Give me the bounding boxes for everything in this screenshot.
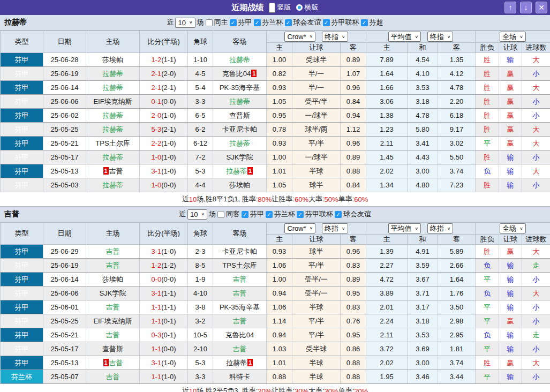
asia-handicap-cell: 球半 bbox=[292, 245, 341, 259]
subcol-result-handicap: 让球 bbox=[499, 235, 522, 245]
euro-home-odds-cell: 1.39 bbox=[366, 245, 408, 259]
same-venue-checkbox[interactable] bbox=[206, 19, 213, 26]
result-wdl-cell: 胜 bbox=[476, 356, 499, 370]
league-filter-checkbox[interactable]: ✓ bbox=[335, 211, 342, 218]
match-row: 芬甲25-06-19拉赫蒂2-1(2-0)4-5克鲁比0410.82半/一1.0… bbox=[1, 67, 550, 81]
asia-odds-source-select[interactable]: Crow*∨ bbox=[284, 32, 315, 42]
half-time-score: (0-0) bbox=[161, 275, 176, 283]
col-header-type: 类型 bbox=[1, 223, 43, 245]
select-value: Crow* bbox=[287, 224, 306, 232]
league-type-cell: 芬甲 bbox=[1, 137, 43, 150]
half-time-score: (1-0) bbox=[161, 247, 176, 255]
select-value: 平均值 bbox=[391, 32, 412, 42]
matches-table: 类型 日期 主场 比分(半场) 角球 客场 Crow*∨ 终指∨ 平均值∨ 终指… bbox=[0, 222, 550, 384]
home-team-cell: 拉赫蒂 bbox=[86, 150, 140, 164]
move-up-button[interactable]: ↑ bbox=[504, 2, 516, 13]
asia-handicap-cell: 受平/半 bbox=[292, 95, 341, 109]
home-team-cell: EIF埃克纳斯 bbox=[86, 314, 140, 328]
away-team-cell: 拉赫蒂1 bbox=[213, 356, 267, 370]
euro-home-odds-cell: 1.66 bbox=[366, 81, 408, 95]
close-button[interactable]: ✕ bbox=[536, 2, 547, 13]
select-value: 全场 bbox=[502, 224, 516, 233]
score-cell: 5-3(2-1) bbox=[140, 123, 188, 137]
asia-odds-source-select[interactable]: Crow*∨ bbox=[284, 223, 315, 233]
away-team-name: 吉普 bbox=[233, 345, 247, 353]
result-goals-cell: 小 bbox=[522, 95, 550, 109]
match-count-select[interactable]: 10∨ bbox=[175, 18, 195, 28]
summary-text: 场,胜8平1负1, 胜率: bbox=[197, 194, 258, 204]
league-type-cell: 芬甲 bbox=[1, 287, 43, 300]
away-team-cell: 卡亚尼卡帕 bbox=[213, 245, 267, 259]
euro-away-odds-cell: 3.44 bbox=[438, 370, 476, 384]
euro-home-odds-cell: 1.45 bbox=[366, 150, 408, 164]
match-count-select[interactable]: 10∨ bbox=[187, 209, 207, 220]
result-wdl-cell: 胜 bbox=[476, 67, 499, 81]
summary-value: 60% bbox=[354, 195, 368, 203]
league-filter-checkbox[interactable]: ✓ bbox=[323, 19, 330, 26]
result-wdl-cell: 负 bbox=[476, 164, 499, 178]
euro-odds-time-select[interactable]: 终指∨ bbox=[427, 32, 454, 42]
asia-odds-time-select[interactable]: 终指∨ bbox=[322, 32, 348, 42]
euro-draw-odds-cell: 3.71 bbox=[408, 287, 438, 300]
away-team-name: 克鲁比04 bbox=[225, 331, 254, 339]
home-team-name: 拉赫蒂 bbox=[102, 181, 123, 189]
select-value: 终指 bbox=[325, 224, 338, 233]
league-filter-checkbox[interactable]: ✓ bbox=[285, 19, 292, 26]
away-team-name: 拉赫蒂 bbox=[226, 167, 247, 175]
match-row: 芬甲25-05-03拉赫蒂1-0(0-0)4-4莎埃帕1.05球半0.841.3… bbox=[1, 178, 550, 192]
match-date-cell: 25-05-21 bbox=[43, 328, 86, 342]
full-time-score: 1-1 bbox=[151, 303, 161, 311]
league-filter-checkbox[interactable]: ✓ bbox=[266, 211, 273, 218]
result-scope-select[interactable]: 全场∨ bbox=[500, 32, 526, 42]
euro-home-odds-cell: 1.38 bbox=[366, 109, 408, 123]
layout-option-label: 竖版 bbox=[277, 3, 291, 12]
league-filter-checkbox[interactable]: ✓ bbox=[242, 211, 248, 218]
league-filter-checkbox[interactable]: ✓ bbox=[230, 19, 237, 26]
chevron-down-icon: ∨ bbox=[415, 35, 419, 39]
asia-handicap-cell: 半球 bbox=[292, 300, 341, 314]
score-cell: 3-1(1-0) bbox=[140, 164, 188, 178]
asia-away-odds-cell: 0.95 bbox=[341, 328, 366, 342]
result-handicap-cell: 输 bbox=[499, 53, 522, 67]
result-wdl-cell: 平 bbox=[476, 314, 499, 328]
layout-option-vertical[interactable]: 竖版 bbox=[269, 3, 291, 13]
summary-text: 大率: bbox=[308, 194, 325, 204]
team-filter-bar: 吉普 近10∨场同客✓芬甲✓芬兰杯✓芬甲联杯✓球会友谊 bbox=[0, 207, 550, 222]
col-header-score: 比分(半场) bbox=[140, 223, 188, 245]
full-time-score: 0-0 bbox=[151, 275, 161, 283]
result-scope-select[interactable]: 全场∨ bbox=[500, 223, 526, 233]
summary-value: 20% bbox=[354, 387, 368, 392]
league-filter-checkbox[interactable]: ✓ bbox=[361, 19, 368, 26]
result-wdl-cell: 平 bbox=[476, 342, 499, 356]
match-date-cell: 25-05-13 bbox=[43, 356, 86, 370]
move-down-button[interactable]: ↓ bbox=[520, 2, 532, 13]
league-filter-checkbox[interactable]: ✓ bbox=[297, 211, 304, 218]
summary-text: 让胜率: bbox=[272, 194, 295, 204]
result-handicap-cell: 赢 bbox=[499, 95, 522, 109]
euro-odds-source-select[interactable]: 平均值∨ bbox=[388, 32, 421, 42]
euro-odds-time-select[interactable]: 终指∨ bbox=[427, 223, 454, 233]
asia-handicap-cell: 平/半 bbox=[292, 328, 341, 342]
chevron-down-icon: ∨ bbox=[310, 34, 313, 39]
asia-odds-time-select[interactable]: 终指∨ bbox=[322, 223, 348, 233]
same-venue-checkbox[interactable] bbox=[217, 211, 224, 218]
asia-away-odds-cell: 0.83 bbox=[341, 259, 366, 273]
away-team-name: 拉赫蒂 bbox=[229, 56, 250, 64]
half-time-score: (1-1) bbox=[161, 303, 176, 311]
league-type-cell: 芬甲 bbox=[1, 259, 43, 273]
half-time-score: (1-0) bbox=[161, 153, 176, 161]
score-cell: 0-3(0-1) bbox=[140, 328, 188, 342]
league-filter-checkbox[interactable]: ✓ bbox=[254, 19, 261, 26]
euro-odds-source-select[interactable]: 平均值∨ bbox=[388, 223, 421, 233]
result-handicap-cell: 赢 bbox=[499, 245, 522, 259]
titlebar: 近期战绩 竖版 横版 ↑ ↓ ✕ bbox=[0, 0, 550, 15]
result-handicap-cell: 输 bbox=[499, 342, 522, 356]
score-cell: 2-0(1-0) bbox=[140, 109, 188, 123]
asia-home-odds-cell: 0.93 bbox=[267, 81, 292, 95]
away-team-cell: 拉赫蒂1 bbox=[213, 164, 267, 178]
away-team-name: 查普斯 bbox=[229, 111, 250, 119]
away-team-name: 拉赫蒂 bbox=[226, 359, 247, 367]
team-name: 拉赫蒂 bbox=[4, 18, 27, 27]
layout-option-horizontal[interactable]: 横版 bbox=[296, 3, 319, 12]
away-team-cell: PK-35海辛基 bbox=[213, 300, 267, 314]
